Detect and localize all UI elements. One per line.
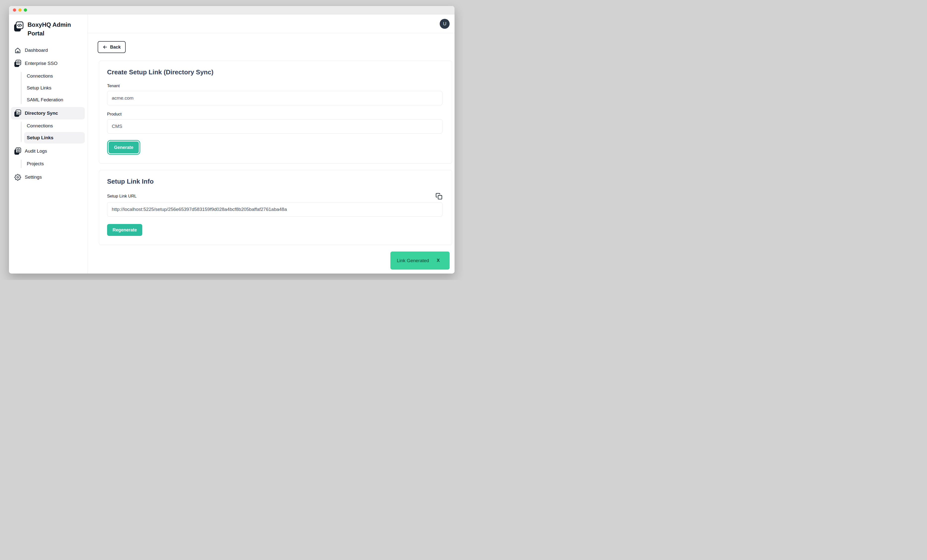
- sidebar-item-directory-sync[interactable]: Directory Sync: [11, 107, 85, 120]
- sidebar-subitem-projects[interactable]: Projects: [24, 158, 85, 170]
- toast-message: Link Generated: [397, 258, 429, 263]
- user-avatar[interactable]: U: [440, 19, 450, 29]
- sidebar-item-label: Settings: [25, 175, 42, 180]
- setup-link-info-card: Setup Link Info Setup Link URL: [99, 170, 452, 245]
- window-minimize-button[interactable]: [18, 8, 21, 12]
- sidebar-subitem-dsync-connections[interactable]: Connections: [24, 120, 85, 132]
- sidebar-subitem-label: Setup Links: [27, 135, 53, 141]
- folder-sync-keycap-icon: [14, 109, 21, 117]
- sidebar-subitem-label: Connections: [27, 73, 53, 79]
- window-close-button[interactable]: [13, 8, 16, 12]
- avatar-initial: U: [443, 21, 447, 26]
- toast-link-generated: Link Generated X: [391, 252, 450, 270]
- desktop-background: BoxyHQ Admin Portal Dashboard: [0, 0, 464, 280]
- sidebar-subitem-label: Setup Links: [27, 85, 51, 91]
- tenant-label: Tenant: [107, 83, 442, 88]
- card-title: Setup Link Info: [107, 178, 442, 185]
- create-setup-link-card: Create Setup Link (Directory Sync) Tenan…: [99, 61, 452, 164]
- sidebar-subitem-label: Projects: [27, 161, 44, 167]
- back-button[interactable]: Back: [98, 41, 126, 53]
- app-body: BoxyHQ Admin Portal Dashboard: [9, 14, 454, 273]
- boxyhq-logo-icon: [14, 21, 24, 32]
- back-button-label: Back: [110, 45, 121, 50]
- home-icon: [14, 47, 21, 54]
- sidebar-item-settings[interactable]: Settings: [11, 171, 85, 184]
- topbar: U: [88, 14, 454, 33]
- sidebar-item-enterprise-sso[interactable]: Enterprise SSO: [11, 57, 85, 70]
- sidebar-subitem-label: Connections: [27, 123, 53, 129]
- window-zoom-button[interactable]: [24, 8, 27, 12]
- copy-url-button[interactable]: [436, 193, 442, 200]
- sidebar-nav: Dashboard Enterprise SSO: [9, 44, 88, 189]
- card-title: Create Setup Link (Directory Sync): [107, 68, 442, 76]
- app-window: BoxyHQ Admin Portal Dashboard: [9, 6, 454, 273]
- setup-link-url-input[interactable]: [107, 202, 442, 217]
- directory-sync-submenu: Connections Setup Links: [9, 120, 85, 143]
- gear-icon: [14, 174, 21, 181]
- copy-icon: [436, 193, 442, 200]
- main-area: U Back Create Setup Link (Directory Sync…: [88, 14, 454, 273]
- url-label-row: Setup Link URL: [107, 193, 442, 200]
- enterprise-sso-submenu: Connections Setup Links SAML Federation: [9, 70, 85, 106]
- sidebar-subitem-sso-connections[interactable]: Connections: [24, 70, 85, 82]
- sidebar-subitem-sso-setup-links[interactable]: Setup Links: [24, 82, 85, 94]
- clipboard-keycap-icon: [14, 147, 21, 155]
- sidebar-subitem-dsync-setup-links[interactable]: Setup Links: [24, 132, 85, 143]
- arrow-left-icon: [103, 45, 108, 50]
- sidebar: BoxyHQ Admin Portal Dashboard: [9, 14, 88, 273]
- sidebar-item-label: Directory Sync: [25, 111, 58, 116]
- tenant-input[interactable]: [107, 91, 442, 105]
- setup-link-url-label: Setup Link URL: [107, 194, 137, 199]
- sidebar-item-dashboard[interactable]: Dashboard: [11, 44, 85, 56]
- page-content: Back Create Setup Link (Directory Sync) …: [88, 33, 454, 273]
- sidebar-subitem-label: SAML Federation: [27, 97, 63, 103]
- regenerate-button[interactable]: Regenerate: [107, 224, 142, 236]
- sidebar-item-label: Enterprise SSO: [25, 61, 58, 66]
- product-input[interactable]: [107, 119, 442, 134]
- sidebar-item-audit-logs[interactable]: Audit Logs: [11, 145, 85, 157]
- sidebar-item-label: Dashboard: [25, 47, 48, 53]
- sidebar-item-label: Audit Logs: [25, 149, 47, 154]
- sidebar-subitem-saml-federation[interactable]: SAML Federation: [24, 94, 85, 106]
- toast-close-button[interactable]: X: [437, 258, 440, 263]
- generate-button[interactable]: Generate: [109, 141, 139, 153]
- brand-title: BoxyHQ Admin Portal: [27, 20, 82, 38]
- brand: BoxyHQ Admin Portal: [9, 20, 88, 38]
- audit-logs-submenu: Projects: [9, 158, 85, 170]
- sso-cloud-key-keycap-icon: [14, 59, 21, 68]
- product-label: Product: [107, 112, 442, 117]
- window-titlebar: [9, 6, 454, 14]
